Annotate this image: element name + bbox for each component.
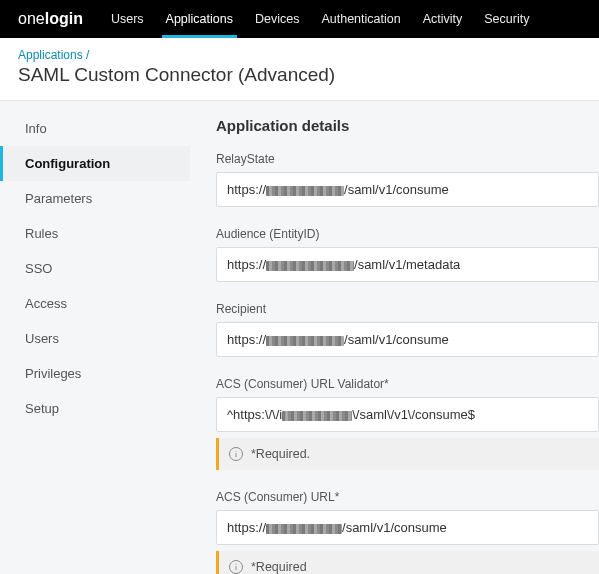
sidebar-item-parameters[interactable]: Parameters xyxy=(0,181,190,216)
label-recipient: Recipient xyxy=(216,302,599,316)
topnav-activity[interactable]: Activity xyxy=(423,1,463,37)
redacted-text xyxy=(282,411,352,421)
notice-text: *Required xyxy=(251,560,307,574)
value-suffix: \/saml\/v1\/consume$ xyxy=(352,407,475,422)
breadcrumb-sep: / xyxy=(83,48,90,62)
redacted-text xyxy=(266,186,344,196)
sidebar-item-rules[interactable]: Rules xyxy=(0,216,190,251)
value-suffix: /saml/v1/metadata xyxy=(354,257,460,272)
field-acs-validator: ACS (Consumer) URL Validator* ^https:\/\… xyxy=(216,377,599,470)
breadcrumb: Applications / xyxy=(18,48,581,62)
logo: onelogin xyxy=(18,10,83,28)
field-recipient: Recipient https:///saml/v1/consume xyxy=(216,302,599,357)
info-icon: i xyxy=(229,447,243,461)
sidebar-item-privileges[interactable]: Privileges xyxy=(0,356,190,391)
field-relaystate: RelayState https:///saml/v1/consume xyxy=(216,152,599,207)
topnav-devices[interactable]: Devices xyxy=(255,1,299,37)
label-relaystate: RelayState xyxy=(216,152,599,166)
sidebar-item-setup[interactable]: Setup xyxy=(0,391,190,426)
label-acs-url: ACS (Consumer) URL* xyxy=(216,490,599,504)
field-acs-url: ACS (Consumer) URL* https:///saml/v1/con… xyxy=(216,490,599,574)
value-suffix: /saml/v1/consume xyxy=(342,520,447,535)
redacted-text xyxy=(266,261,354,271)
sidebar-item-info[interactable]: Info xyxy=(0,111,190,146)
sidebar-item-configuration[interactable]: Configuration xyxy=(0,146,190,181)
label-acs-validator: ACS (Consumer) URL Validator* xyxy=(216,377,599,391)
topnav-authentication[interactable]: Authentication xyxy=(321,1,400,37)
notice-acs-validator: i *Required. xyxy=(216,438,599,470)
value-suffix: /saml/v1/consume xyxy=(344,182,449,197)
value-suffix: /saml/v1/consume xyxy=(344,332,449,347)
topbar: onelogin Users Applications Devices Auth… xyxy=(0,0,599,38)
section-title: Application details xyxy=(216,117,599,134)
sidebar-item-users[interactable]: Users xyxy=(0,321,190,356)
topnav-applications[interactable]: Applications xyxy=(166,1,233,37)
value-prefix: https:// xyxy=(227,520,266,535)
logo-part2: login xyxy=(45,10,83,27)
redacted-text xyxy=(266,524,342,534)
topnav: Users Applications Devices Authenticatio… xyxy=(111,1,530,37)
label-audience: Audience (EntityID) xyxy=(216,227,599,241)
input-relaystate[interactable]: https:///saml/v1/consume xyxy=(216,172,599,207)
topnav-security[interactable]: Security xyxy=(484,1,529,37)
value-prefix: https:// xyxy=(227,257,266,272)
topnav-users[interactable]: Users xyxy=(111,1,144,37)
sidebar-item-access[interactable]: Access xyxy=(0,286,190,321)
input-acs-validator[interactable]: ^https:\/\/i\/saml\/v1\/consume$ xyxy=(216,397,599,432)
notice-acs-url: i *Required xyxy=(216,551,599,574)
input-acs-url[interactable]: https:///saml/v1/consume xyxy=(216,510,599,545)
sidebar: Info Configuration Parameters Rules SSO … xyxy=(0,101,190,574)
page-title: SAML Custom Connector (Advanced) xyxy=(18,64,581,86)
redacted-text xyxy=(266,336,344,346)
value-prefix: ^https:\/\/i xyxy=(227,407,282,422)
notice-text: *Required. xyxy=(251,447,310,461)
logo-part1: one xyxy=(18,10,45,27)
content: Application details RelayState https:///… xyxy=(190,101,599,574)
info-icon: i xyxy=(229,560,243,574)
value-prefix: https:// xyxy=(227,182,266,197)
field-audience: Audience (EntityID) https:///saml/v1/met… xyxy=(216,227,599,282)
input-audience[interactable]: https:///saml/v1/metadata xyxy=(216,247,599,282)
sidebar-item-sso[interactable]: SSO xyxy=(0,251,190,286)
layout: Info Configuration Parameters Rules SSO … xyxy=(0,101,599,574)
page-header: Applications / SAML Custom Connector (Ad… xyxy=(0,38,599,101)
input-recipient[interactable]: https:///saml/v1/consume xyxy=(216,322,599,357)
value-prefix: https:// xyxy=(227,332,266,347)
breadcrumb-root[interactable]: Applications xyxy=(18,48,83,62)
